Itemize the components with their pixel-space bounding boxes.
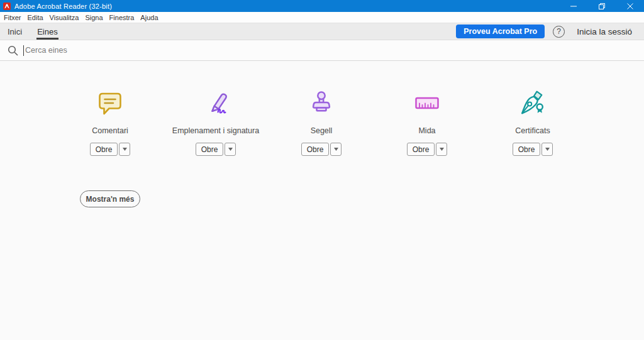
close-button[interactable] — [616, 0, 644, 12]
open-button[interactable]: Obre — [513, 143, 540, 156]
search-icon — [8, 45, 18, 56]
open-split-button: Obre — [196, 143, 236, 156]
sign-in-button[interactable]: Inicia la sessió — [577, 27, 632, 36]
stamp-icon — [308, 86, 335, 120]
tool-card-fill-sign: Emplenament i signatura Obre — [163, 86, 269, 156]
menu-bar: Fitxer Edita Visualitza Signa Finestra A… — [0, 12, 644, 23]
open-button[interactable]: Obre — [301, 143, 329, 156]
restore-icon — [599, 3, 605, 9]
tool-card-measure: Mida Obre — [374, 86, 480, 156]
menu-item-visualitza[interactable]: Visualitza — [47, 14, 82, 21]
tab-eines-label: Eines — [37, 27, 58, 36]
tab-eines[interactable]: Eines — [30, 23, 65, 40]
comment-bubble-icon — [96, 86, 124, 120]
window-title: Adobe Acrobat Reader (32-bit) — [14, 3, 112, 10]
dropdown-arrow-icon — [123, 148, 127, 151]
dropdown-arrow-icon — [545, 148, 550, 151]
minimize-icon — [570, 3, 577, 9]
dropdown-arrow-icon — [228, 148, 233, 151]
window-controls — [559, 0, 644, 12]
tab-inici[interactable]: Inici — [0, 23, 30, 40]
ruler-icon — [413, 86, 441, 120]
minimize-button[interactable] — [559, 0, 587, 12]
menu-item-fitxer[interactable]: Fitxer — [1, 14, 25, 21]
dropdown-arrow-icon — [334, 148, 338, 151]
open-dropdown-button[interactable] — [330, 143, 341, 156]
tool-card-certificates: Certificats Obre — [480, 86, 586, 156]
tools-page: Comentari Obre Emplenament i signatura O… — [0, 61, 644, 340]
tool-card-stamp: Segell Obre — [269, 86, 374, 156]
tab-inici-label: Inici — [8, 27, 22, 36]
tool-label: Comentari — [92, 120, 128, 143]
close-icon — [627, 3, 633, 9]
tab-bar: Inici Eines Proveu Acrobat Pro ? Inicia … — [0, 23, 644, 40]
tool-label: Emplenament i signatura — [172, 120, 259, 143]
open-dropdown-button[interactable] — [119, 143, 130, 156]
restore-button[interactable] — [587, 0, 616, 12]
open-dropdown-button[interactable] — [541, 143, 553, 156]
open-split-button: Obre — [301, 143, 341, 156]
open-split-button: Obre — [513, 143, 553, 156]
fill-sign-pen-icon — [201, 86, 231, 120]
tools-row: Comentari Obre Emplenament i signatura O… — [0, 61, 644, 156]
search-input[interactable] — [24, 46, 338, 55]
open-split-button: Obre — [90, 143, 130, 156]
help-circle-icon[interactable]: ? — [553, 26, 565, 38]
show-more-button[interactable]: Mostra'n més — [80, 190, 140, 207]
tabbar-right-cluster: Proveu Acrobat Pro ? Inicia la sessió — [456, 25, 644, 38]
open-dropdown-button[interactable] — [225, 143, 236, 156]
menu-item-edita[interactable]: Edita — [25, 14, 47, 21]
open-button[interactable]: Obre — [407, 143, 435, 156]
menu-item-ajuda[interactable]: Ajuda — [137, 14, 161, 21]
open-dropdown-button[interactable] — [436, 143, 447, 156]
open-button[interactable]: Obre — [196, 143, 223, 156]
certificate-pen-icon — [518, 86, 548, 120]
titlebar: Adobe Acrobat Reader (32-bit) — [0, 0, 644, 12]
search-bar — [0, 40, 644, 61]
tool-label: Certificats — [515, 120, 550, 143]
tool-label: Mida — [418, 120, 435, 143]
tool-label: Segell — [311, 120, 333, 143]
tool-card-comment: Comentari Obre — [57, 86, 163, 156]
menu-item-finestra[interactable]: Finestra — [106, 14, 138, 21]
try-acrobat-pro-button[interactable]: Proveu Acrobat Pro — [456, 25, 545, 38]
open-split-button: Obre — [407, 143, 447, 156]
open-button[interactable]: Obre — [90, 143, 118, 156]
acrobat-logo-icon — [3, 3, 11, 10]
dropdown-arrow-icon — [440, 148, 444, 151]
menu-item-signa[interactable]: Signa — [82, 14, 106, 21]
